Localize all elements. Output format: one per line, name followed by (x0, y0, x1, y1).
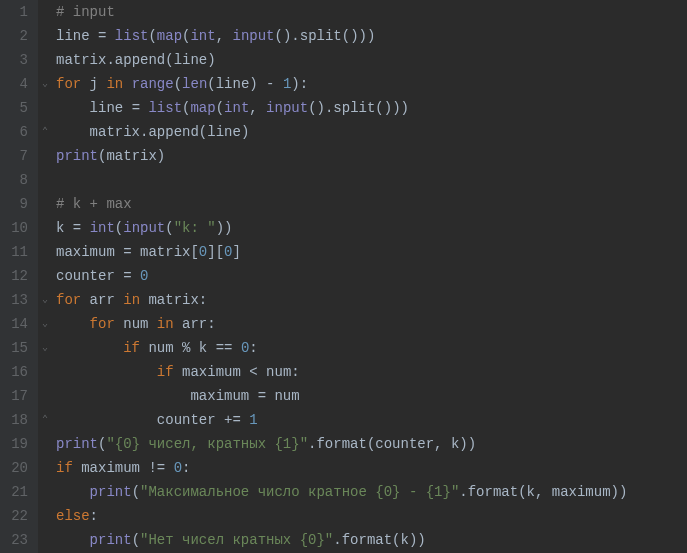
token-punct: ] (232, 244, 240, 260)
token-keyword: if (56, 460, 73, 476)
code-line[interactable]: if maximum != 0: (56, 456, 627, 480)
token-ident: k (527, 484, 535, 500)
token-ident: line (56, 28, 98, 44)
code-line[interactable]: else: (56, 504, 627, 528)
code-line[interactable]: if maximum < num: (56, 360, 627, 384)
line-number: 17 (8, 384, 28, 408)
token-ident: maximum (174, 364, 250, 380)
code-line[interactable]: for j in range(len(line) - 1): (56, 72, 627, 96)
token-comment: # input (56, 4, 115, 20)
token-punct: ) (207, 52, 215, 68)
token-punct: , (535, 484, 552, 500)
token-ident: matrix (106, 148, 156, 164)
code-line[interactable]: matrix.append(line) (56, 48, 627, 72)
token-number: 1 (249, 412, 257, 428)
code-line[interactable]: print(matrix) (56, 144, 627, 168)
line-number: 12 (8, 264, 28, 288)
token-punct: )) (459, 436, 476, 452)
code-line[interactable] (56, 168, 627, 192)
token-number: 0 (174, 460, 182, 476)
token-ident: num (115, 316, 157, 332)
code-editor[interactable]: 1234567891011121314151617181920212223 ⌄⌃… (0, 0, 687, 553)
token-punct: : (249, 340, 257, 356)
token-ident: append (115, 52, 165, 68)
token-punct: < (249, 364, 266, 380)
token-builtin: list (115, 28, 149, 44)
code-line[interactable]: line = list(map(int, input().split())) (56, 24, 627, 48)
token-punct: ( (518, 484, 526, 500)
token-punct: ( (216, 100, 224, 116)
code-line[interactable]: print("Максимальное число кратное {0} - … (56, 480, 627, 504)
token-keyword: if (123, 340, 140, 356)
token-builtin: print (90, 484, 132, 500)
fold-open-icon[interactable]: ⌄ (40, 343, 50, 353)
code-line[interactable]: line = list(map(int, input().split())) (56, 96, 627, 120)
fold-close-icon[interactable]: ⌃ (40, 415, 50, 425)
token-punct: . (333, 532, 341, 548)
token-punct: ][ (207, 244, 224, 260)
code-line[interactable]: # input (56, 0, 627, 24)
code-line[interactable]: matrix.append(line) (56, 120, 627, 144)
token-ident: arr (174, 316, 208, 332)
token-ident (123, 76, 131, 92)
token-builtin: range (132, 76, 174, 92)
token-punct: )) (611, 484, 628, 500)
token-punct: : (199, 292, 207, 308)
token-keyword: for (56, 76, 81, 92)
token-string: "{0} чисел, кратных {1}" (106, 436, 308, 452)
line-number: 10 (8, 216, 28, 240)
code-line[interactable]: maximum = num (56, 384, 627, 408)
fold-column[interactable]: ⌄⌃⌄⌄⌄⌃ (38, 0, 52, 553)
line-number: 8 (8, 168, 28, 192)
code-line[interactable]: k = int(input("k: ")) (56, 216, 627, 240)
line-number: 18 (8, 408, 28, 432)
token-keyword: in (123, 292, 140, 308)
line-number: 22 (8, 504, 28, 528)
code-line[interactable]: counter = 0 (56, 264, 627, 288)
token-punct: ) (157, 148, 165, 164)
token-punct: ())) (375, 100, 409, 116)
token-punct: ( (165, 220, 173, 236)
token-punct: = (132, 100, 149, 116)
token-ident: k (56, 220, 73, 236)
token-punct: ( (207, 76, 215, 92)
code-line[interactable]: maximum = matrix[0][0] (56, 240, 627, 264)
code-line[interactable]: print("{0} чисел, кратных {1}".format(co… (56, 432, 627, 456)
line-number: 3 (8, 48, 28, 72)
fold-open-icon[interactable]: ⌄ (40, 79, 50, 89)
code-line[interactable]: for arr in matrix: (56, 288, 627, 312)
token-comment: # k + max (56, 196, 132, 212)
token-keyword: for (56, 292, 81, 308)
code-area[interactable]: # inputline = list(map(int, input().spli… (52, 0, 627, 553)
token-ident: counter (56, 268, 123, 284)
code-line[interactable]: counter += 1 (56, 408, 627, 432)
line-number: 4 (8, 72, 28, 96)
token-punct: ( (132, 484, 140, 500)
token-punct: : (291, 364, 299, 380)
code-line[interactable]: print("Нет чисел кратных {0}".format(k)) (56, 528, 627, 552)
fold-open-icon[interactable]: ⌄ (40, 295, 50, 305)
fold-close-icon[interactable]: ⌃ (40, 127, 50, 137)
token-builtin: int (190, 28, 215, 44)
token-ident: line (207, 124, 241, 140)
line-number: 2 (8, 24, 28, 48)
code-line[interactable]: if num % k == 0: (56, 336, 627, 360)
line-number: 23 (8, 528, 28, 552)
line-number: 16 (8, 360, 28, 384)
token-ident: maximum (190, 388, 257, 404)
token-builtin: int (90, 220, 115, 236)
token-punct: : (207, 316, 215, 332)
token-builtin: map (157, 28, 182, 44)
token-string: "k: " (174, 220, 216, 236)
fold-open-icon[interactable]: ⌄ (40, 319, 50, 329)
token-punct: ( (392, 532, 400, 548)
token-ident: append (148, 124, 198, 140)
line-number: 21 (8, 480, 28, 504)
token-ident: format (316, 436, 366, 452)
code-line[interactable]: for num in arr: (56, 312, 627, 336)
token-ident: matrix (90, 124, 140, 140)
token-ident: maximum (73, 460, 149, 476)
code-line[interactable]: # k + max (56, 192, 627, 216)
token-punct: , (216, 28, 233, 44)
line-number: 7 (8, 144, 28, 168)
